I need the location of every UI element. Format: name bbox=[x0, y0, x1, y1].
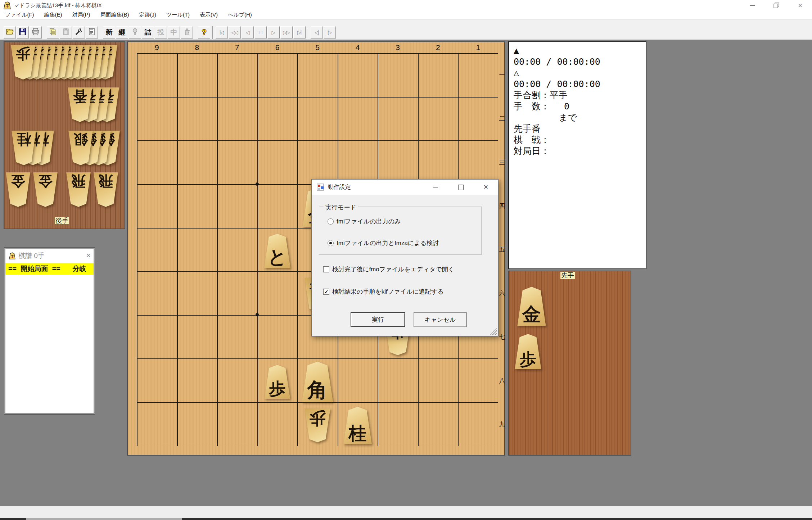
checkbox-label: 検討完了後にfmoファイルをエディタで開く bbox=[332, 265, 454, 273]
board-rank-labels: 一二三四五六七八九 bbox=[499, 53, 505, 446]
menu-item-edit[interactable]: 編集(E) bbox=[39, 11, 67, 19]
piece-gote-銀[interactable]: 銀 bbox=[68, 131, 94, 165]
checkbox-box: ✓ bbox=[323, 289, 329, 295]
menu-item-file[interactable]: ファイル(F) bbox=[0, 11, 39, 19]
rank-label: 四 bbox=[499, 184, 505, 228]
title-bar: マドラシ最善詰13手.kif - 柿木将棋IX × bbox=[0, 0, 812, 11]
radio-fmi-and-fmza[interactable]: fmiファイルの出力とfmzaによる検討 bbox=[328, 239, 439, 247]
minimize-button[interactable] bbox=[741, 0, 764, 11]
menu-item-play[interactable]: 対局(P) bbox=[67, 11, 95, 19]
kifu-selected-row[interactable]: == 開始局面 == 分岐 bbox=[5, 263, 94, 275]
toolbar-kifu-list-button[interactable] bbox=[86, 26, 98, 39]
restore-button[interactable] bbox=[764, 0, 788, 11]
toolbar-branch-prev-button[interactable]: ◁| bbox=[311, 26, 323, 39]
piece-sente-桂[interactable]: 桂 bbox=[343, 407, 373, 444]
gote-komadai: 後手 歩歩歩歩歩歩歩歩歩歩歩歩歩香香香香桂桂桂銀銀銀銀金金飛飛 bbox=[4, 41, 125, 229]
rank-label: 八 bbox=[499, 359, 505, 402]
toolbar-tsume-button[interactable]: 詰 bbox=[142, 26, 154, 39]
dialog-maximize-icon bbox=[458, 185, 464, 190]
kifu-close-icon[interactable]: × bbox=[86, 251, 91, 260]
cancel-button[interactable]: キャンセル bbox=[414, 312, 467, 327]
piece-gote-香[interactable]: 香 bbox=[67, 87, 93, 122]
minimize-icon bbox=[750, 5, 755, 6]
app-icon bbox=[4, 1, 11, 9]
file-label-2: 2 bbox=[418, 43, 458, 53]
toolbar-nav-back-10-button[interactable]: ◁◁ bbox=[229, 26, 241, 39]
piece-kanji: 金 bbox=[522, 304, 541, 326]
toolbar-interrupt-button[interactable]: 中 bbox=[168, 26, 180, 39]
file-label-5: 5 bbox=[297, 43, 338, 53]
menu-item-view[interactable]: 表示(V) bbox=[195, 11, 223, 19]
dialog-minimize-icon bbox=[433, 187, 438, 187]
piece-sente-角[interactable]: 角 bbox=[301, 362, 334, 402]
piece-gote-飛[interactable]: 飛 bbox=[93, 172, 119, 207]
piece-gote-飛[interactable]: 飛 bbox=[66, 172, 91, 207]
floppy-icon bbox=[19, 28, 27, 37]
dialog-close-button[interactable]: × bbox=[476, 180, 496, 195]
toolbar-help-button[interactable]: ? bbox=[198, 26, 210, 39]
radio-circle bbox=[328, 218, 334, 225]
rank-label: 六 bbox=[499, 272, 505, 315]
checkbox-open-fmo-editor[interactable]: 検討完了後にfmoファイルをエディタで開く bbox=[323, 265, 454, 273]
piece-kanji: 金 bbox=[38, 172, 53, 189]
piece-sente-歩[interactable]: 歩 bbox=[263, 365, 291, 399]
piece-gote-歩[interactable]: 歩 bbox=[304, 408, 331, 442]
piece-gote-桂[interactable]: 桂 bbox=[11, 131, 37, 165]
radio-label: fmiファイルの出力のみ bbox=[337, 217, 401, 226]
sente-komadai: 先手 金歩 bbox=[508, 271, 631, 456]
dialog-title: 動作設定 bbox=[328, 184, 351, 191]
info-line: 対局日： bbox=[514, 145, 641, 157]
close-button[interactable]: × bbox=[788, 0, 812, 11]
checkbox-append-kif[interactable]: ✓検討結果の手順をkifファイルに追記する bbox=[323, 288, 444, 296]
toolbar-nav-forward-10-button[interactable]: ▷▷ bbox=[280, 26, 293, 39]
dialog-minimize-button[interactable] bbox=[425, 180, 446, 195]
kifu-title-bar: 棋譜 0手 × bbox=[5, 249, 94, 263]
info-line: △ bbox=[514, 67, 641, 78]
rank-label: 五 bbox=[499, 228, 505, 271]
toolbar-paste-button[interactable] bbox=[60, 26, 72, 39]
radio-fmi-only[interactable]: fmiファイルの出力のみ bbox=[328, 217, 401, 226]
toolbar-continue-game-button[interactable]: 継 bbox=[116, 26, 128, 39]
toolbar-nav-stop-button[interactable]: □ bbox=[254, 26, 267, 39]
dialog-maximize-button[interactable] bbox=[451, 180, 471, 195]
toolbar-branch-next-button[interactable]: |▷ bbox=[324, 26, 336, 39]
rank-label: 三 bbox=[499, 141, 505, 184]
resize-grip[interactable] bbox=[490, 328, 497, 335]
star-point bbox=[256, 313, 259, 316]
piece-sente-金[interactable]: 金 bbox=[516, 287, 547, 326]
menu-item-joseki[interactable]: 定跡(J) bbox=[134, 11, 162, 19]
toolbar-copy-button[interactable] bbox=[47, 26, 59, 39]
clipboard-icon bbox=[62, 28, 70, 37]
piece-sente-歩[interactable]: 歩 bbox=[514, 334, 542, 369]
piece-gote-金[interactable]: 金 bbox=[32, 172, 58, 207]
radio-circle bbox=[328, 240, 334, 246]
toolbar-wait-button[interactable] bbox=[181, 26, 193, 39]
piece-sente-と[interactable]: と bbox=[263, 234, 291, 268]
piece-gote-金[interactable]: 金 bbox=[5, 172, 31, 207]
taskbar-edge bbox=[0, 518, 26, 520]
toolbar-hint-button[interactable] bbox=[129, 26, 141, 39]
run-button[interactable]: 実行 bbox=[351, 312, 405, 327]
toolbar-print-button[interactable] bbox=[30, 26, 42, 39]
toolbar-nav-last-button[interactable]: ▷| bbox=[293, 26, 306, 39]
toolbar-nav-back-1-button[interactable]: ◁ bbox=[242, 26, 254, 39]
piece-kanji: 香 bbox=[73, 87, 87, 104]
piece-gote-歩[interactable]: 歩 bbox=[10, 45, 36, 80]
document-lines-icon bbox=[88, 28, 96, 37]
menu-item-help[interactable]: ヘルプ(H) bbox=[223, 11, 257, 19]
toolbar-open-button[interactable] bbox=[4, 26, 16, 39]
toolbar-settings-button[interactable] bbox=[73, 26, 85, 39]
menu-item-board-edit[interactable]: 局面編集(B) bbox=[95, 11, 134, 19]
toolbar-resign-button[interactable]: 投 bbox=[155, 26, 167, 39]
toolbar-nav-forward-1-button[interactable]: ▷ bbox=[267, 26, 280, 39]
toolbar-save-button[interactable] bbox=[17, 26, 29, 39]
menu-item-tools[interactable]: ツール(T) bbox=[161, 11, 195, 19]
dialog-form-icon bbox=[316, 183, 324, 191]
execution-mode-groupbox: 実行モード fmiファイルの出力のみfmiファイルの出力とfmzaによる検討 bbox=[319, 207, 482, 255]
gote-label: 後手 bbox=[55, 217, 69, 224]
toolbar-nav-first-button[interactable]: |◁ bbox=[216, 26, 228, 39]
dialog-title-bar[interactable]: 動作設定 × bbox=[312, 180, 498, 195]
question-icon: ? bbox=[202, 28, 206, 37]
restore-icon bbox=[773, 2, 780, 9]
toolbar-new-game-button[interactable]: 新 bbox=[103, 26, 115, 39]
